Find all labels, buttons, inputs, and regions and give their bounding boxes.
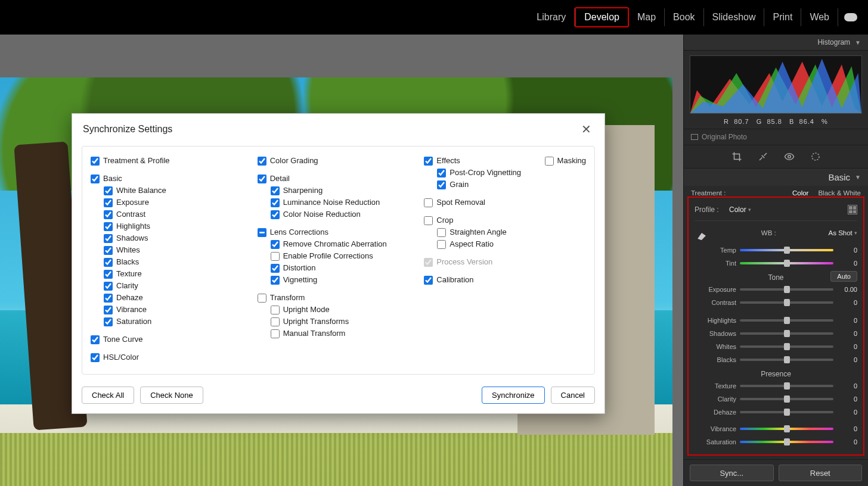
chk-sharpening[interactable] [271, 186, 280, 195]
chk-tonecurve[interactable] [91, 335, 100, 344]
module-print[interactable]: Print [764, 8, 801, 26]
svg-point-1 [812, 153, 819, 160]
chk-blacks[interactable] [104, 258, 113, 267]
tint-slider[interactable] [740, 262, 833, 264]
redeye-tool-icon[interactable] [784, 151, 795, 162]
synchronize-settings-dialog: Synchronize Settings ✕ Treatment & Profi… [72, 113, 605, 414]
exposure-slider[interactable] [740, 288, 833, 291]
chk-masking[interactable] [545, 157, 554, 166]
module-book[interactable]: Book [665, 8, 703, 26]
histogram-header[interactable]: Histogram ▼ [684, 35, 868, 51]
chk-texture[interactable] [104, 270, 113, 279]
chk-manual[interactable] [271, 329, 280, 338]
wb-select[interactable]: As Shot ▾ [829, 229, 857, 236]
chk-shadows[interactable] [104, 234, 113, 243]
chk-hsl[interactable] [91, 353, 100, 362]
vibrance-slider[interactable] [740, 428, 833, 430]
masking-tool-icon[interactable] [810, 151, 821, 162]
chk-effects[interactable] [424, 157, 433, 166]
chk-crop[interactable] [424, 216, 433, 225]
right-panel: Histogram ▼ R 80.7 G 85.8 B 86.4 % Origi… [683, 35, 868, 486]
chk-aspect[interactable] [437, 240, 446, 249]
profile-select[interactable]: Color ▾ [729, 205, 751, 214]
chk-process [424, 258, 433, 267]
module-picker: Library Develop Map Book Slideshow Print… [0, 0, 868, 35]
basic-panel-header[interactable]: Basic ▼ [684, 169, 868, 186]
disclosure-triangle-icon: ▼ [855, 174, 861, 180]
texture-slider[interactable] [740, 385, 833, 387]
chk-detail[interactable] [258, 175, 266, 183]
chk-distortion[interactable] [271, 264, 280, 273]
histogram[interactable] [690, 55, 862, 114]
chk-basic[interactable] [91, 175, 100, 183]
module-library[interactable]: Library [528, 8, 575, 26]
module-develop[interactable]: Develop [575, 7, 629, 27]
crop-tool-icon[interactable] [731, 151, 742, 162]
chk-upmode[interactable] [271, 306, 280, 314]
synchronize-button[interactable]: Synchronize [482, 387, 545, 404]
sync-button[interactable]: Sync... [690, 465, 774, 481]
saturation-slider[interactable] [740, 441, 833, 443]
chk-lumnr[interactable] [271, 198, 280, 207]
auto-tone-button[interactable]: Auto [830, 271, 857, 282]
highlights-slider[interactable] [740, 319, 833, 322]
dehaze-slider[interactable] [740, 411, 833, 413]
treatment-bw[interactable]: Black & White [818, 189, 861, 197]
clarity-slider[interactable] [740, 398, 833, 400]
wb-eyedropper-icon[interactable] [693, 225, 710, 241]
disclosure-triangle-icon: ▼ [855, 39, 861, 46]
treatment-color[interactable]: Color [792, 189, 808, 197]
temp-slider[interactable] [740, 249, 833, 251]
chk-lens[interactable] [258, 228, 266, 237]
chk-vignetting[interactable] [271, 276, 280, 285]
module-web[interactable]: Web [801, 8, 838, 26]
chk-enableprof[interactable] [271, 252, 280, 261]
chk-highlights[interactable] [104, 222, 113, 231]
chk-colorgrading[interactable] [258, 157, 266, 166]
tool-strip [684, 145, 868, 169]
close-icon[interactable]: ✕ [579, 122, 594, 136]
histogram-label: Histogram [817, 38, 850, 46]
dialog-title: Synchronize Settings [83, 124, 172, 135]
profile-label: Profile : [695, 205, 724, 214]
check-all-button[interactable]: Check All [82, 387, 134, 404]
chk-uptrans[interactable] [271, 317, 280, 326]
shadows-slider[interactable] [740, 332, 833, 335]
chk-wb[interactable] [104, 186, 113, 195]
chk-postcrop[interactable] [437, 169, 446, 177]
cancel-button[interactable]: Cancel [551, 387, 595, 404]
chk-vibrance[interactable] [104, 306, 113, 314]
chk-treatment[interactable] [91, 157, 100, 166]
whites-slider[interactable] [740, 345, 833, 348]
chk-whites[interactable] [104, 246, 113, 255]
module-slideshow[interactable]: Slideshow [704, 8, 765, 26]
reset-button[interactable]: Reset [779, 465, 863, 481]
treatment-label: Treatment : [691, 189, 726, 197]
chk-dehaze[interactable] [104, 294, 113, 303]
basic-panel-highlight: Profile : Color ▾ WB : As Shot ▾ Temp0 T… [687, 197, 864, 456]
svg-point-0 [788, 155, 790, 158]
chk-calibration[interactable] [424, 276, 433, 285]
wb-label: WB : [714, 229, 824, 236]
rgb-readout: R 80.7 G 85.8 B 86.4 % [684, 116, 868, 129]
chk-colnr[interactable] [271, 210, 280, 219]
contrast-slider[interactable] [740, 301, 833, 304]
chk-chroma[interactable] [271, 240, 280, 249]
checkbox-icon [691, 134, 698, 140]
module-map[interactable]: Map [629, 8, 665, 26]
healing-tool-icon[interactable] [758, 151, 768, 162]
chk-spot[interactable] [424, 198, 433, 207]
chk-exposure[interactable] [104, 198, 113, 207]
chk-saturation[interactable] [104, 317, 113, 326]
chk-transform[interactable] [258, 294, 266, 303]
blacks-slider[interactable] [740, 359, 833, 361]
profile-browser-icon[interactable] [848, 205, 857, 214]
chk-contrast[interactable] [104, 210, 113, 219]
chk-clarity[interactable] [104, 282, 113, 291]
cloud-sync-icon[interactable] [844, 13, 857, 21]
original-photo-toggle[interactable]: Original Photo [684, 129, 868, 145]
chk-straight[interactable] [437, 228, 446, 237]
chk-grain[interactable] [437, 180, 446, 189]
check-none-button[interactable]: Check None [140, 387, 203, 404]
